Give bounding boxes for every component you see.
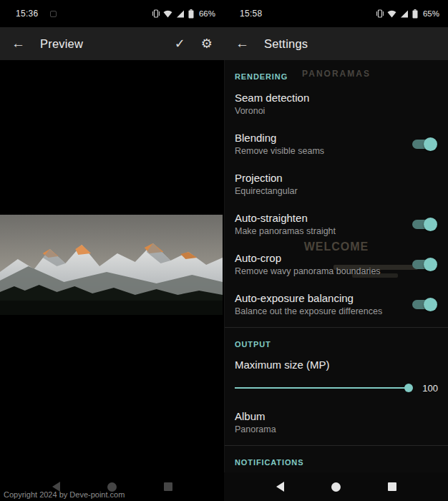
toggle-knob: [424, 258, 437, 271]
nav-home-icon[interactable]: [331, 482, 341, 492]
setting-title: Seam detection: [235, 92, 309, 104]
back-arrow-icon[interactable]: ←: [11, 36, 29, 52]
setting-item-blending[interactable]: Blending Remove visible seams: [235, 124, 438, 164]
panorama-image: [0, 215, 223, 315]
settings-screen: 15:58 65% ← Settings PANORAMAS WELCOME R…: [224, 0, 448, 501]
setting-item-projection[interactable]: Projection Equirectangular: [235, 164, 438, 204]
vibrate-icon: [152, 9, 160, 18]
page-title-preview: Preview: [40, 37, 83, 51]
setting-title: Blending: [235, 132, 324, 144]
settings-list: PANORAMAS WELCOME RENDERING Seam detecti…: [224, 60, 448, 472]
nav-back-icon[interactable]: [276, 482, 284, 492]
max-size-slider[interactable]: [235, 387, 412, 389]
setting-item-auto-straighten[interactable]: Auto-straighten Make panoramas straight: [235, 204, 438, 244]
setting-title: Album: [235, 410, 276, 422]
battery-percent: 65%: [423, 9, 439, 18]
signal-icon: [400, 10, 409, 18]
setting-title: Auto-straighten: [235, 212, 336, 224]
slider-thumb[interactable]: [404, 384, 413, 392]
wifi-icon: [163, 10, 172, 18]
nav-recent-icon[interactable]: [388, 482, 396, 491]
blending-toggle[interactable]: [412, 140, 435, 149]
setting-title: Projection: [235, 172, 298, 184]
battery-icon: [412, 9, 418, 19]
battery-icon: [188, 9, 194, 19]
preview-canvas: Copyright 2024 by Deve-point.com: [0, 60, 224, 501]
auto-straighten-toggle[interactable]: [412, 220, 435, 229]
clock: 15:58: [240, 9, 263, 19]
section-header-notifications: NOTIFICATIONS: [235, 446, 438, 470]
auto-crop-toggle[interactable]: [412, 260, 435, 269]
setting-title: Auto-crop: [235, 252, 381, 264]
toggle-knob: [424, 137, 437, 151]
setting-subtitle: Balance out the exposure differences: [235, 306, 382, 316]
clock: 15:36: [16, 9, 39, 19]
dual-screen-screenshot: 15:36 66% ← Preview ✓ ⚙: [0, 0, 448, 501]
setting-subtitle: Equirectangular: [235, 186, 298, 196]
setting-title: Auto-exposure balancing: [235, 292, 382, 304]
copyright-text: Copyright 2024 by Deve-point.com: [4, 490, 125, 499]
setting-item-max-size: Maximum size (MP) 100: [235, 351, 438, 397]
setting-subtitle: Remove wavy panorama boundaries: [235, 266, 381, 276]
nav-bar-right: [224, 472, 448, 501]
signal-icon: [176, 10, 185, 18]
wifi-icon: [387, 10, 396, 18]
battery-percent: 66%: [199, 9, 215, 18]
auto-exposure-toggle[interactable]: [412, 300, 435, 309]
slider-value: 100: [422, 383, 438, 394]
nav-recent-icon[interactable]: [164, 482, 172, 491]
status-bar-left: 15:36 66%: [0, 0, 224, 27]
back-arrow-icon[interactable]: ←: [235, 36, 253, 52]
vibrate-icon: [376, 9, 384, 18]
setting-title: Maximum size (MP): [235, 359, 438, 371]
toggle-knob: [424, 218, 437, 231]
section-header-output: OUTPUT: [235, 328, 438, 351]
toggle-knob: [424, 298, 437, 311]
setting-subtitle: Make panoramas straight: [235, 226, 336, 236]
status-bar-right: 15:58 65%: [224, 0, 448, 27]
page-title-settings: Settings: [264, 37, 308, 51]
confirm-check-icon[interactable]: ✓: [175, 36, 185, 52]
notification-icon: [50, 11, 57, 17]
setting-item-auto-crop[interactable]: Auto-crop Remove wavy panorama boundarie…: [235, 244, 438, 284]
setting-item-auto-exposure[interactable]: Auto-exposure balancing Balance out the …: [235, 284, 438, 324]
setting-item-album[interactable]: Album Panorama: [235, 402, 438, 442]
setting-subtitle: Voronoi: [235, 106, 309, 116]
ghost-text-panoramas: PANORAMAS: [225, 69, 448, 79]
setting-item-seam-detection[interactable]: Seam detection Voronoi: [235, 84, 438, 124]
settings-appbar: ← Settings: [224, 27, 448, 60]
setting-subtitle: Panorama: [235, 424, 276, 434]
gear-icon[interactable]: ⚙: [201, 36, 213, 52]
setting-subtitle: Remove visible seams: [235, 146, 324, 156]
preview-screen: 15:36 66% ← Preview ✓ ⚙: [0, 0, 224, 501]
preview-appbar: ← Preview ✓ ⚙: [0, 27, 224, 60]
